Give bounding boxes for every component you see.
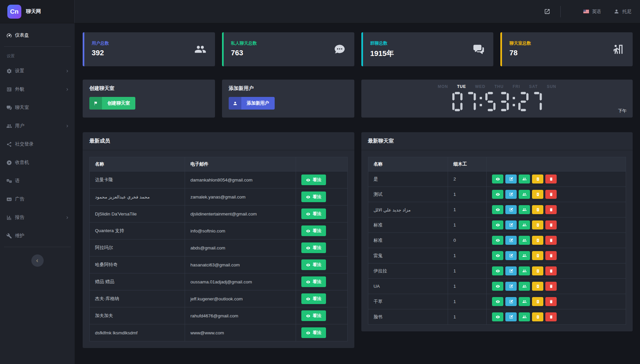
view-room-button[interactable] — [492, 266, 503, 275]
clear-room-button[interactable] — [532, 312, 543, 321]
delete-room-button[interactable] — [545, 297, 557, 306]
sidebar-item[interactable]: 外貌 — [0, 82, 75, 97]
edit-room-button[interactable] — [505, 220, 517, 229]
view-member-button[interactable]: 看法 — [301, 191, 326, 202]
delete-room-button[interactable] — [545, 251, 557, 260]
sidebar-item[interactable]: 设置 — [0, 64, 75, 78]
user-name: 托尼 — [622, 9, 631, 15]
view-room-button[interactable] — [492, 220, 503, 229]
edit-room-button[interactable] — [505, 312, 517, 321]
add-user-card: 添加新用户 添加新用户 — [222, 80, 354, 118]
view-member-button[interactable]: 看法 — [301, 259, 326, 270]
member-email: oussama.01adjadj@gmail.com — [185, 273, 296, 290]
view-room-button[interactable] — [492, 205, 503, 214]
delete-room-button[interactable] — [545, 205, 557, 214]
room-members-button[interactable] — [519, 236, 530, 245]
sidebar-item[interactable]: 收音机 — [0, 155, 75, 170]
edit-room-button[interactable] — [505, 190, 517, 199]
room-members-button[interactable] — [519, 297, 530, 306]
room-members-button[interactable] — [519, 190, 530, 199]
view-member-button[interactable]: 看法 — [301, 175, 326, 185]
view-member-button[interactable]: 看法 — [301, 293, 326, 304]
view-member-button[interactable]: 看法 — [301, 276, 326, 287]
edit-room-button[interactable] — [505, 266, 517, 275]
app-logo[interactable]: Cn — [7, 5, 21, 19]
eye-icon — [496, 223, 500, 227]
trash-restore-icon — [536, 192, 540, 196]
view-room-button[interactable] — [492, 282, 503, 291]
delete-room-button[interactable] — [545, 312, 557, 321]
eye-icon — [306, 229, 310, 233]
users-icon — [522, 192, 527, 196]
room-row: UA 1 — [368, 279, 626, 294]
view-member-button[interactable]: 看法 — [301, 225, 326, 236]
clear-room-button[interactable] — [532, 205, 543, 214]
view-room-button[interactable] — [492, 297, 503, 306]
edit-room-button[interactable] — [505, 297, 517, 306]
edit-room-button[interactable] — [505, 236, 517, 245]
view-room-button[interactable] — [492, 236, 503, 245]
create-room-button[interactable]: 创建聊天室 — [89, 97, 135, 110]
clock-digit — [518, 92, 529, 111]
eye-icon — [496, 299, 500, 304]
rooms-panel-title: 最新聊天室 — [368, 138, 626, 145]
user-menu[interactable]: 托尼 — [614, 9, 631, 15]
room-members-button[interactable] — [519, 205, 530, 214]
delete-room-button[interactable] — [545, 175, 557, 183]
sidebar-item-dashboard[interactable]: 仪表盘 — [0, 28, 75, 43]
member-name: 哈桑阿特奇 — [90, 256, 185, 273]
eye-icon — [496, 253, 500, 258]
language-switcher[interactable]: 英语 — [583, 9, 601, 15]
edit-room-button[interactable] — [505, 175, 517, 183]
sidebar-collapse-button[interactable] — [31, 254, 44, 267]
sidebar-item[interactable]: 用户 — [0, 119, 75, 133]
clock-colon — [479, 92, 482, 111]
newspaper-icon — [6, 87, 15, 92]
delete-room-button[interactable] — [545, 236, 557, 245]
trash-icon — [549, 269, 553, 273]
edit-room-button[interactable] — [505, 205, 517, 214]
member-email: jeff.kugener@outlook.com — [185, 290, 296, 307]
stat-label: 聊天室总数 — [509, 40, 625, 46]
clear-room-button[interactable] — [532, 220, 543, 229]
room-members-button[interactable] — [519, 175, 530, 183]
edit-room-button[interactable] — [505, 251, 517, 260]
sidebar-item[interactable]: Ad 广告 — [0, 192, 75, 206]
view-room-button[interactable] — [492, 251, 503, 260]
view-member-button[interactable]: 看法 — [301, 310, 326, 321]
room-members-button[interactable] — [519, 266, 530, 275]
view-room-button[interactable] — [492, 175, 503, 183]
clear-room-button[interactable] — [532, 266, 543, 275]
room-joiners: 1 — [448, 202, 487, 217]
room-members-button[interactable] — [519, 251, 530, 260]
clear-room-button[interactable] — [532, 297, 543, 306]
room-members-button[interactable] — [519, 220, 530, 229]
edit-icon — [509, 192, 513, 196]
sidebar-item[interactable]: A文 语 — [0, 174, 75, 188]
delete-room-button[interactable] — [545, 190, 557, 199]
sidebar-item[interactable]: 社交登录 — [0, 137, 75, 152]
clear-room-button[interactable] — [532, 190, 543, 199]
delete-room-button[interactable] — [545, 220, 557, 229]
clear-room-button[interactable] — [532, 175, 543, 183]
sidebar-item[interactable]: 维护 — [0, 228, 75, 243]
add-user-button[interactable]: 添加新用户 — [229, 97, 275, 110]
view-room-button[interactable] — [492, 190, 503, 199]
external-link-button[interactable] — [544, 8, 550, 15]
room-members-button[interactable] — [519, 282, 530, 291]
view-member-button[interactable]: 看法 — [301, 327, 326, 338]
view-member-button[interactable]: 看法 — [301, 208, 326, 219]
edit-room-button[interactable] — [505, 282, 517, 291]
delete-room-button[interactable] — [545, 282, 557, 291]
sidebar-item[interactable]: 聊天室 — [0, 100, 75, 115]
stat-label: 用户总数 — [92, 40, 207, 46]
sidebar-item[interactable]: 报告 — [0, 210, 75, 225]
chevron-right-icon — [65, 215, 69, 220]
room-members-button[interactable] — [519, 312, 530, 321]
view-room-button[interactable] — [492, 312, 503, 321]
clear-room-button[interactable] — [532, 236, 543, 245]
clear-room-button[interactable] — [532, 282, 543, 291]
clear-room-button[interactable] — [532, 251, 543, 260]
view-member-button[interactable]: 看法 — [301, 242, 326, 253]
delete-room-button[interactable] — [545, 266, 557, 275]
